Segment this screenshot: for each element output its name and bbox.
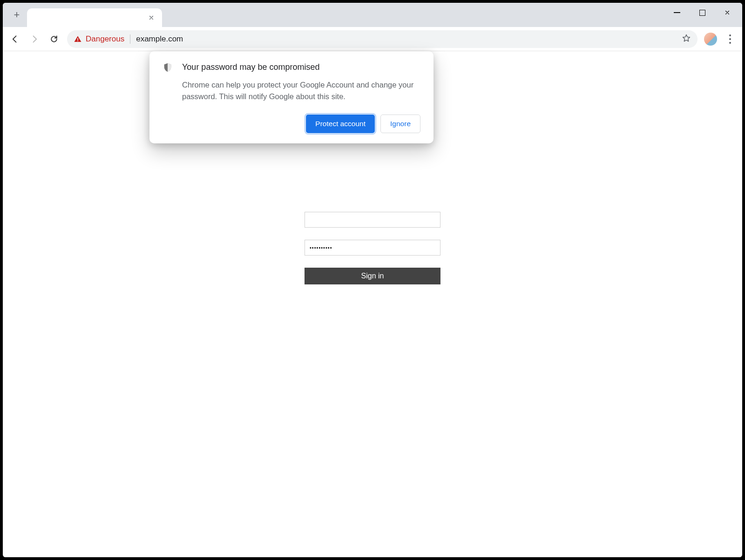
signin-button[interactable]: Sign in <box>305 268 440 284</box>
page-content: Your password may be compromised Chrome … <box>3 51 742 557</box>
profile-avatar[interactable] <box>704 33 717 46</box>
back-button[interactable] <box>7 31 23 47</box>
tab-strip: + <box>3 3 742 27</box>
toolbar: Dangerous example.com <box>3 27 742 51</box>
close-icon <box>148 14 155 21</box>
omnibox-separator <box>130 34 130 44</box>
omnibox-url: example.com <box>136 34 676 44</box>
popup-body: Chrome can help you protect your Google … <box>182 79 420 102</box>
window-close-button[interactable] <box>721 6 734 19</box>
shield-icon <box>163 62 173 74</box>
menu-dots-icon <box>729 34 731 44</box>
warning-icon <box>74 35 82 43</box>
arrow-left-icon <box>10 34 20 44</box>
window-controls <box>670 3 738 22</box>
password-warning-popup: Your password may be compromised Chrome … <box>149 51 433 143</box>
plus-icon: + <box>14 10 20 20</box>
security-label: Dangerous <box>86 34 124 44</box>
svg-rect-0 <box>77 38 78 40</box>
password-input[interactable] <box>305 240 440 256</box>
omnibox[interactable]: Dangerous example.com <box>67 30 698 48</box>
username-input[interactable] <box>305 212 440 228</box>
browser-window: + Dangerous <box>3 3 742 557</box>
protect-account-button[interactable]: Protect account <box>306 115 375 133</box>
window-maximize-button[interactable] <box>696 6 709 19</box>
reload-button[interactable] <box>46 31 62 47</box>
browser-tab[interactable] <box>27 8 162 27</box>
popup-actions: Protect account Ignore <box>163 115 420 133</box>
reload-icon <box>49 34 59 44</box>
minimize-icon <box>674 12 680 13</box>
popup-title: Your password may be compromised <box>182 62 319 72</box>
tab-close-button[interactable] <box>147 13 156 22</box>
forward-button <box>26 31 43 47</box>
svg-rect-1 <box>77 40 78 41</box>
chrome-menu-button[interactable] <box>722 31 738 47</box>
star-icon <box>682 34 691 43</box>
login-form: Sign in <box>305 212 440 284</box>
new-tab-button[interactable]: + <box>8 7 25 23</box>
bookmark-button[interactable] <box>682 34 691 45</box>
window-minimize-button[interactable] <box>670 6 684 19</box>
security-chip[interactable]: Dangerous <box>74 34 124 44</box>
ignore-button[interactable]: Ignore <box>380 115 420 133</box>
maximize-icon <box>699 10 705 16</box>
arrow-right-icon <box>30 34 39 44</box>
close-icon <box>724 9 731 16</box>
